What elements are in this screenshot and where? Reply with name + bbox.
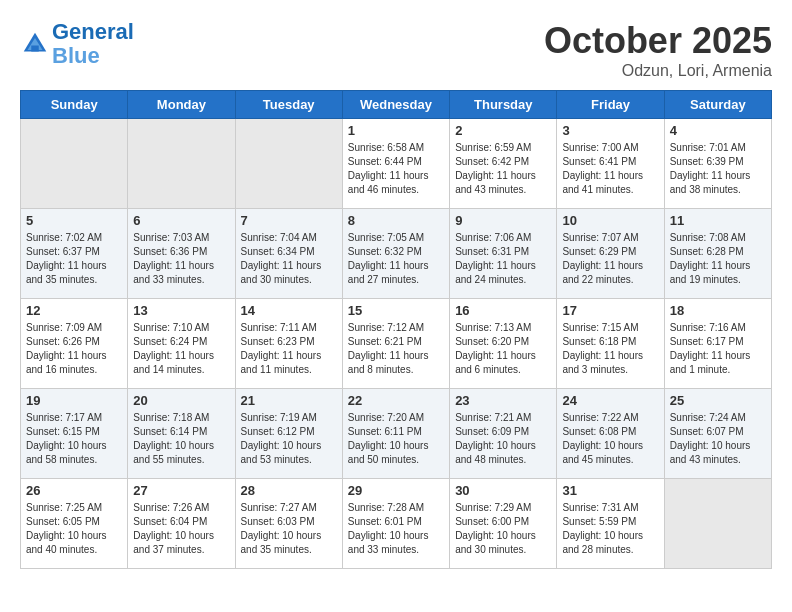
calendar-cell: 27 Sunrise: 7:26 AMSunset: 6:04 PMDaylig… (128, 479, 235, 569)
logo-icon (20, 29, 50, 59)
calendar-table: SundayMondayTuesdayWednesdayThursdayFrid… (20, 90, 772, 569)
logo-line1: General (52, 19, 134, 44)
calendar-cell: 1 Sunrise: 6:58 AMSunset: 6:44 PMDayligh… (342, 119, 449, 209)
day-number: 2 (455, 123, 551, 138)
calendar-cell: 29 Sunrise: 7:28 AMSunset: 6:01 PMDaylig… (342, 479, 449, 569)
day-number: 23 (455, 393, 551, 408)
day-number: 9 (455, 213, 551, 228)
day-info: Sunrise: 7:00 AMSunset: 6:41 PMDaylight:… (562, 141, 658, 197)
location-subtitle: Odzun, Lori, Armenia (544, 62, 772, 80)
day-info: Sunrise: 6:58 AMSunset: 6:44 PMDaylight:… (348, 141, 444, 197)
day-number: 18 (670, 303, 766, 318)
day-info: Sunrise: 7:19 AMSunset: 6:12 PMDaylight:… (241, 411, 337, 467)
day-info: Sunrise: 7:08 AMSunset: 6:28 PMDaylight:… (670, 231, 766, 287)
day-number: 7 (241, 213, 337, 228)
weekday-header-saturday: Saturday (664, 91, 771, 119)
calendar-cell: 21 Sunrise: 7:19 AMSunset: 6:12 PMDaylig… (235, 389, 342, 479)
day-number: 14 (241, 303, 337, 318)
day-info: Sunrise: 7:10 AMSunset: 6:24 PMDaylight:… (133, 321, 229, 377)
day-info: Sunrise: 7:13 AMSunset: 6:20 PMDaylight:… (455, 321, 551, 377)
calendar-cell: 25 Sunrise: 7:24 AMSunset: 6:07 PMDaylig… (664, 389, 771, 479)
calendar-cell (21, 119, 128, 209)
day-info: Sunrise: 7:26 AMSunset: 6:04 PMDaylight:… (133, 501, 229, 557)
day-number: 25 (670, 393, 766, 408)
calendar-cell: 6 Sunrise: 7:03 AMSunset: 6:36 PMDayligh… (128, 209, 235, 299)
day-number: 5 (26, 213, 122, 228)
calendar-week-5: 26 Sunrise: 7:25 AMSunset: 6:05 PMDaylig… (21, 479, 772, 569)
day-number: 15 (348, 303, 444, 318)
day-info: Sunrise: 6:59 AMSunset: 6:42 PMDaylight:… (455, 141, 551, 197)
calendar-cell: 10 Sunrise: 7:07 AMSunset: 6:29 PMDaylig… (557, 209, 664, 299)
calendar-cell: 16 Sunrise: 7:13 AMSunset: 6:20 PMDaylig… (450, 299, 557, 389)
day-number: 6 (133, 213, 229, 228)
day-info: Sunrise: 7:24 AMSunset: 6:07 PMDaylight:… (670, 411, 766, 467)
day-info: Sunrise: 7:20 AMSunset: 6:11 PMDaylight:… (348, 411, 444, 467)
day-info: Sunrise: 7:18 AMSunset: 6:14 PMDaylight:… (133, 411, 229, 467)
day-number: 11 (670, 213, 766, 228)
calendar-week-2: 5 Sunrise: 7:02 AMSunset: 6:37 PMDayligh… (21, 209, 772, 299)
calendar-cell: 8 Sunrise: 7:05 AMSunset: 6:32 PMDayligh… (342, 209, 449, 299)
day-number: 31 (562, 483, 658, 498)
day-info: Sunrise: 7:21 AMSunset: 6:09 PMDaylight:… (455, 411, 551, 467)
day-info: Sunrise: 7:03 AMSunset: 6:36 PMDaylight:… (133, 231, 229, 287)
day-number: 1 (348, 123, 444, 138)
day-info: Sunrise: 7:27 AMSunset: 6:03 PMDaylight:… (241, 501, 337, 557)
day-number: 20 (133, 393, 229, 408)
calendar-header: SundayMondayTuesdayWednesdayThursdayFrid… (21, 91, 772, 119)
weekday-header-monday: Monday (128, 91, 235, 119)
weekday-header-friday: Friday (557, 91, 664, 119)
day-number: 12 (26, 303, 122, 318)
calendar-cell: 28 Sunrise: 7:27 AMSunset: 6:03 PMDaylig… (235, 479, 342, 569)
day-info: Sunrise: 7:02 AMSunset: 6:37 PMDaylight:… (26, 231, 122, 287)
calendar-cell: 9 Sunrise: 7:06 AMSunset: 6:31 PMDayligh… (450, 209, 557, 299)
calendar-cell: 24 Sunrise: 7:22 AMSunset: 6:08 PMDaylig… (557, 389, 664, 479)
weekday-header-sunday: Sunday (21, 91, 128, 119)
calendar-cell: 30 Sunrise: 7:29 AMSunset: 6:00 PMDaylig… (450, 479, 557, 569)
day-number: 28 (241, 483, 337, 498)
day-number: 27 (133, 483, 229, 498)
day-info: Sunrise: 7:15 AMSunset: 6:18 PMDaylight:… (562, 321, 658, 377)
calendar-cell: 23 Sunrise: 7:21 AMSunset: 6:09 PMDaylig… (450, 389, 557, 479)
day-info: Sunrise: 7:01 AMSunset: 6:39 PMDaylight:… (670, 141, 766, 197)
calendar-cell (128, 119, 235, 209)
calendar-cell: 7 Sunrise: 7:04 AMSunset: 6:34 PMDayligh… (235, 209, 342, 299)
day-info: Sunrise: 7:16 AMSunset: 6:17 PMDaylight:… (670, 321, 766, 377)
day-number: 21 (241, 393, 337, 408)
day-info: Sunrise: 7:28 AMSunset: 6:01 PMDaylight:… (348, 501, 444, 557)
day-number: 3 (562, 123, 658, 138)
calendar-cell: 14 Sunrise: 7:11 AMSunset: 6:23 PMDaylig… (235, 299, 342, 389)
day-info: Sunrise: 7:05 AMSunset: 6:32 PMDaylight:… (348, 231, 444, 287)
calendar-week-4: 19 Sunrise: 7:17 AMSunset: 6:15 PMDaylig… (21, 389, 772, 479)
calendar-cell: 11 Sunrise: 7:08 AMSunset: 6:28 PMDaylig… (664, 209, 771, 299)
logo-text: General Blue (52, 20, 134, 68)
svg-rect-2 (31, 46, 39, 52)
calendar-cell: 20 Sunrise: 7:18 AMSunset: 6:14 PMDaylig… (128, 389, 235, 479)
logo-line2: Blue (52, 43, 100, 68)
day-number: 10 (562, 213, 658, 228)
calendar-week-1: 1 Sunrise: 6:58 AMSunset: 6:44 PMDayligh… (21, 119, 772, 209)
day-info: Sunrise: 7:09 AMSunset: 6:26 PMDaylight:… (26, 321, 122, 377)
day-number: 19 (26, 393, 122, 408)
day-number: 8 (348, 213, 444, 228)
day-number: 26 (26, 483, 122, 498)
logo: General Blue (20, 20, 134, 68)
weekday-header-thursday: Thursday (450, 91, 557, 119)
day-number: 13 (133, 303, 229, 318)
day-info: Sunrise: 7:12 AMSunset: 6:21 PMDaylight:… (348, 321, 444, 377)
weekday-header-wednesday: Wednesday (342, 91, 449, 119)
day-number: 4 (670, 123, 766, 138)
day-info: Sunrise: 7:31 AMSunset: 5:59 PMDaylight:… (562, 501, 658, 557)
day-info: Sunrise: 7:11 AMSunset: 6:23 PMDaylight:… (241, 321, 337, 377)
month-title: October 2025 (544, 20, 772, 62)
day-number: 22 (348, 393, 444, 408)
calendar-cell: 22 Sunrise: 7:20 AMSunset: 6:11 PMDaylig… (342, 389, 449, 479)
calendar-cell: 18 Sunrise: 7:16 AMSunset: 6:17 PMDaylig… (664, 299, 771, 389)
calendar-cell: 19 Sunrise: 7:17 AMSunset: 6:15 PMDaylig… (21, 389, 128, 479)
day-number: 24 (562, 393, 658, 408)
calendar-cell: 26 Sunrise: 7:25 AMSunset: 6:05 PMDaylig… (21, 479, 128, 569)
calendar-cell (235, 119, 342, 209)
calendar-cell: 17 Sunrise: 7:15 AMSunset: 6:18 PMDaylig… (557, 299, 664, 389)
calendar-cell: 15 Sunrise: 7:12 AMSunset: 6:21 PMDaylig… (342, 299, 449, 389)
day-info: Sunrise: 7:17 AMSunset: 6:15 PMDaylight:… (26, 411, 122, 467)
page-header: General Blue October 2025 Odzun, Lori, A… (20, 20, 772, 80)
